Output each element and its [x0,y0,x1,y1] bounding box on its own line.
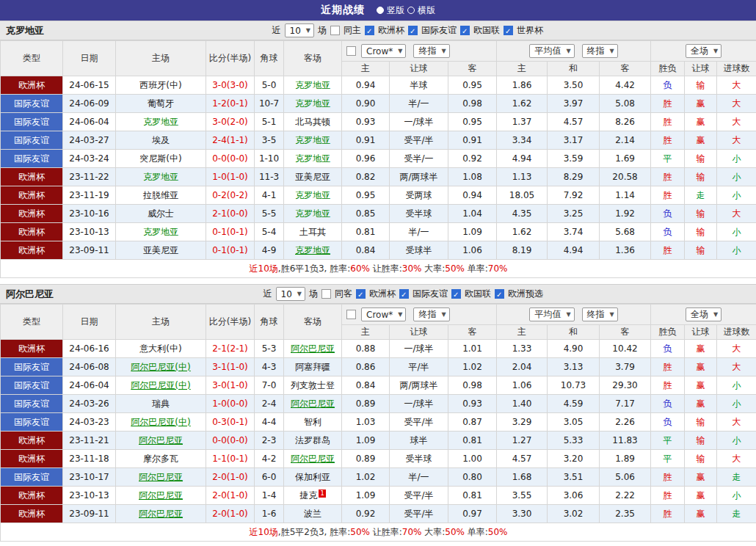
match-row: 欧洲杯24-06-16意大利(中)2-1(2-1)5-3阿尔巴尼亚0.88一/球… [1,340,756,358]
score-cell: 1-0(0-0) [206,395,255,413]
average-odds-select[interactable]: 平均值▼ [529,44,574,58]
final-odds-select[interactable]: 终指▼ [413,307,449,321]
subcolumn-header: 主 [342,62,390,76]
asian-handicap: 球半 [390,432,448,450]
focal-team-link[interactable]: 阿尔巴尼亚(中) [131,380,190,390]
focal-team-link[interactable]: 克罗地亚 [143,227,178,237]
focal-team-link[interactable]: 克罗地亚 [295,135,330,145]
home-team-cell: 克罗地亚 [116,223,206,241]
euro-away-odds: 1.14 [600,186,651,205]
handicap-result: 输 [685,150,717,168]
euro-home-odds: 1.40 [497,395,548,413]
focal-team-link[interactable]: 克罗地亚 [295,190,330,200]
sections-container: 克罗地亚近10▼场同主欧洲杯国际友谊欧国联世界杯类型日期主场比分(半场)角球客场… [0,21,756,542]
column-header: 类型 [1,305,63,340]
away-team-cell: 克罗地亚 [284,131,342,150]
chevron-down-icon: ▼ [398,311,402,318]
competition-type: 欧洲杯 [1,505,63,523]
radio-vertical[interactable]: 竖版 [377,4,404,17]
odds-compare-checkbox[interactable] [346,310,356,319]
odds-compare-checkbox[interactable] [346,46,356,56]
match-row: 欧洲杯23-11-22克罗地亚1-0(1-0)11-3亚美尼亚0.82两/两球半… [1,168,756,186]
bookmaker-select[interactable]: Crow*▼ [361,307,406,321]
focal-team-link[interactable]: 克罗地亚 [295,245,330,255]
focal-team-link[interactable]: 阿尔巴尼亚(中) [131,417,190,427]
team-name-text: 威尔士 [148,208,174,219]
euro-away-odds: 8.26 [600,113,651,131]
goals-result: 大 [717,413,756,432]
euro-home-odds: 1.27 [497,432,548,450]
competition-checkbox[interactable] [399,289,409,299]
focal-team-link[interactable]: 阿尔巴尼亚 [139,435,183,445]
average-odds-select[interactable]: 平均值▼ [529,307,574,321]
competition-checkbox[interactable] [408,26,418,35]
away-team-cell: 克罗地亚 [284,205,342,223]
focal-team-link[interactable]: 克罗地亚 [295,153,330,164]
recent-count-select-value: 10 [290,26,301,36]
focal-team-link[interactable]: 阿尔巴尼亚 [291,343,335,354]
goals-result: 小 [717,395,756,413]
corners-cell: 4-1 [255,186,284,205]
goals-result: 大 [717,95,756,113]
away-team-cell: 克罗地亚 [284,95,342,113]
summary-text: 让胜率: [370,527,402,537]
radio-horizontal[interactable]: 横版 [407,4,435,17]
away-team-cell: 波兰 [284,505,342,523]
euro-draw-odds: 3.74 [548,223,600,241]
outcome-result: 平 [651,150,685,168]
bookmaker-select[interactable]: Crow*▼ [361,44,406,58]
focal-team-link[interactable]: 克罗地亚 [295,208,330,219]
euro-draw-odds: 3.06 [548,487,600,505]
page: 近期战绩 竖版 横版 克罗地亚近10▼场同主欧洲杯国际友谊欧国联世界杯类型日期主… [0,0,756,542]
final-odds-select[interactable]: 终指▼ [582,44,618,58]
asian-away-odds: 0.97 [448,505,497,523]
match-date: 24-03-24 [63,150,116,168]
outcome-result: 胜 [651,376,685,395]
focal-team-link[interactable]: 克罗地亚 [295,80,330,90]
competition-label: 欧国联 [465,288,491,300]
focal-team-link[interactable]: 阿尔巴尼亚 [291,454,335,464]
recent-count-select-value: 10 [281,289,292,299]
competition-checkbox[interactable] [356,289,366,299]
match-row: 国际友谊24-06-04克罗地亚3-0(2-0)5-1北马其顿0.93一/球半0… [1,113,756,131]
focal-team-link[interactable]: 克罗地亚 [295,98,330,109]
home-team-cell: 瑞典 [116,395,206,413]
final-odds-select[interactable]: 终指▼ [413,44,449,58]
team-name-text: 意大利(中) [139,343,181,354]
euro-home-odds: 3.55 [497,487,548,505]
focal-team-link[interactable]: 阿尔巴尼亚 [291,398,335,409]
competition-checkbox[interactable] [365,26,374,35]
euro-away-odds: 1.36 [600,241,651,260]
focal-team-link[interactable]: 克罗地亚 [143,117,178,127]
euro-away-odds: 5.06 [600,468,651,487]
competition-type: 国际友谊 [1,95,63,113]
asian-odds-controls: Crow*▼终指▼ [342,305,497,325]
focal-team-link[interactable]: 阿尔巴尼亚 [139,509,183,519]
asian-handicap: 受半球 [390,450,448,468]
asian-handicap: 两/两球半 [390,376,448,395]
summary-text: 大率: [421,263,445,274]
same-venue-checkbox[interactable] [321,289,331,299]
competition-checkbox[interactable] [504,26,513,35]
corners-cell: 1-6 [255,505,284,523]
focal-team-link[interactable]: 阿尔巴尼亚 [139,490,183,500]
recent-count-select[interactable]: 10▼ [285,23,314,37]
competition-checkbox[interactable] [451,289,461,299]
focal-team-link[interactable]: 克罗地亚 [143,172,178,182]
match-date: 23-10-13 [63,487,116,505]
competition-checkbox[interactable] [460,26,470,35]
away-team-cell: 阿尔巴尼亚 [284,450,342,468]
asian-home-odds: 0.82 [342,168,390,186]
focal-team-link[interactable]: 阿尔巴尼亚(中) [131,362,190,372]
recent-count-select[interactable]: 10▼ [276,287,305,301]
same-venue-checkbox[interactable] [330,26,340,35]
score-cell: 3-1(1-0) [206,358,255,376]
scope-select[interactable]: 全场▼ [686,307,722,321]
scope-select[interactable]: 全场▼ [686,44,722,58]
competition-checkbox[interactable] [495,289,504,299]
focal-team-link[interactable]: 阿尔巴尼亚 [139,472,183,482]
match-date: 24-03-23 [63,413,116,432]
euro-away-odds: 4.42 [600,76,651,95]
match-date: 24-06-04 [63,113,116,131]
final-odds-select[interactable]: 终指▼ [582,307,618,321]
